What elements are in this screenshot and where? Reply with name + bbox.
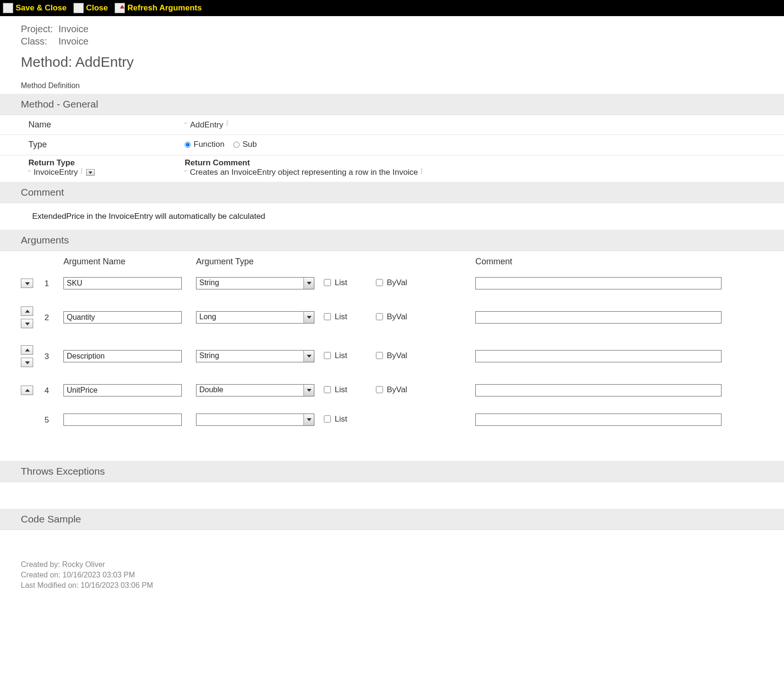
method-definition-label: Method Definition — [21, 73, 763, 94]
argument-comment-input[interactable] — [475, 277, 722, 289]
return-comment-value[interactable]: Creates an InvoiceEntry object represent… — [190, 168, 418, 177]
argument-list-label: List — [335, 414, 347, 424]
dropdown-icon[interactable] — [303, 351, 314, 362]
page-title: Method: AddEntry — [21, 54, 763, 70]
refresh-arguments-button[interactable]: Refresh Arguments — [115, 3, 202, 13]
argument-type-select[interactable]: String — [196, 350, 314, 362]
argument-list-checkbox-input[interactable] — [324, 386, 331, 393]
section-comment: Comment — [0, 182, 784, 203]
argument-comment-input[interactable] — [475, 384, 722, 396]
argument-byval-label: ByVal — [387, 312, 407, 322]
method-name: AddEntry — [75, 54, 134, 70]
argument-row: 5List — [21, 408, 763, 437]
argument-comment-input[interactable] — [475, 414, 722, 426]
argument-byval-checkbox-input[interactable] — [376, 386, 383, 393]
return-comment-label: Return Comment — [185, 158, 763, 168]
name-value[interactable]: AddEntry — [190, 120, 223, 129]
code-sample-body[interactable] — [0, 530, 784, 557]
argument-byval-label: ByVal — [387, 351, 407, 360]
name-label: Name — [28, 120, 185, 130]
type-function-radio-input[interactable] — [185, 142, 191, 148]
argument-name-input[interactable] — [63, 311, 182, 324]
return-type-value[interactable]: InvoiceEntry — [34, 168, 78, 177]
argument-type-value: Long — [196, 312, 303, 323]
argument-row: 3StringListByVal — [21, 340, 763, 378]
argument-type-value: String — [196, 278, 303, 289]
argument-list-checkbox-input[interactable] — [324, 352, 331, 359]
argument-byval-checkbox[interactable]: ByVal — [376, 278, 407, 288]
argument-name-input[interactable] — [63, 350, 182, 362]
method-prefix: Method: — [21, 54, 75, 70]
created-by-label: Created by: — [21, 560, 60, 568]
section-throws-exceptions: Throws Exceptions — [0, 461, 784, 482]
argument-row: 1StringListByVal — [21, 271, 763, 301]
created-by-value: Rocky Oliver — [62, 560, 105, 568]
close-button[interactable]: Close — [73, 3, 108, 13]
move-down-button[interactable] — [21, 358, 33, 367]
argument-type-select[interactable]: String — [196, 277, 314, 289]
argument-type-select[interactable]: Double — [196, 384, 314, 396]
argument-list-checkbox[interactable]: List — [324, 351, 347, 360]
dropdown-icon[interactable] — [303, 414, 314, 425]
modified-on-label: Last Modified on: — [21, 581, 79, 589]
argument-name-input[interactable] — [63, 384, 182, 396]
type-sub-radio-input[interactable] — [233, 142, 240, 148]
type-label: Type — [28, 140, 185, 150]
return-type-dropdown[interactable] — [86, 169, 95, 176]
argument-byval-checkbox-input[interactable] — [376, 313, 383, 320]
argument-list-checkbox-input[interactable] — [324, 279, 331, 286]
argument-byval-checkbox-input[interactable] — [376, 352, 383, 359]
arguments-header-row: Argument Name Argument Type Comment — [21, 251, 763, 271]
argument-row: 4DoubleListByVal — [21, 378, 763, 408]
field-open-marker: ⌐ — [185, 168, 187, 173]
save-and-close-button[interactable]: Save & Close — [3, 3, 67, 13]
throws-exceptions-body[interactable] — [0, 482, 784, 509]
argument-byval-checkbox-input[interactable] — [376, 279, 383, 286]
footer-meta: Created by: Rocky Oliver Created on: 10/… — [0, 557, 784, 605]
created-on-value: 10/16/2023 03:03 PM — [62, 571, 135, 579]
argument-row-number: 5 — [45, 414, 63, 425]
argument-list-label: List — [335, 385, 347, 395]
close-label: Close — [86, 3, 108, 13]
argument-type-select[interactable] — [196, 414, 314, 426]
move-up-button[interactable] — [21, 386, 33, 395]
modified-on-value: 10/16/2023 03:06 PM — [80, 581, 153, 589]
argument-row-number: 3 — [45, 351, 63, 361]
field-close-marker: ⌡ — [80, 168, 83, 173]
dropdown-icon[interactable] — [303, 312, 314, 323]
comment-body[interactable]: ExtendedPrice in the InvoiceEntry will a… — [0, 203, 784, 230]
argument-list-checkbox[interactable]: List — [324, 385, 347, 395]
argument-type-select[interactable]: Long — [196, 311, 314, 324]
type-sub-radio[interactable]: Sub — [233, 140, 257, 149]
argument-comment-input[interactable] — [475, 311, 722, 324]
dropdown-icon[interactable] — [303, 385, 314, 396]
argument-comment-input[interactable] — [475, 350, 722, 362]
header-block: Project: Invoice Class: Invoice Method: … — [0, 19, 784, 94]
argument-type-value: Double — [196, 385, 303, 396]
field-close-marker: ⌡ — [225, 120, 229, 126]
type-function-radio[interactable]: Function — [185, 140, 224, 149]
argument-list-checkbox[interactable]: List — [324, 312, 347, 322]
refresh-icon — [115, 3, 125, 13]
dropdown-icon[interactable] — [303, 278, 314, 289]
argument-name-input[interactable] — [63, 277, 182, 289]
move-down-button[interactable] — [21, 319, 33, 328]
move-up-button[interactable] — [21, 345, 33, 355]
class-row: Class: Invoice — [21, 35, 763, 47]
argument-name-input[interactable] — [63, 414, 182, 426]
args-header-comment: Comment — [475, 257, 726, 267]
class-value: Invoice — [59, 36, 89, 46]
argument-type-value — [196, 414, 303, 425]
argument-byval-checkbox[interactable]: ByVal — [376, 351, 407, 360]
project-row: Project: Invoice — [21, 23, 763, 35]
move-down-button[interactable] — [21, 279, 33, 288]
argument-list-checkbox[interactable]: List — [324, 414, 347, 424]
argument-row-number: 1 — [45, 278, 63, 288]
argument-list-label: List — [335, 278, 347, 288]
argument-list-checkbox-input[interactable] — [324, 415, 331, 423]
argument-list-checkbox-input[interactable] — [324, 313, 331, 320]
argument-byval-checkbox[interactable]: ByVal — [376, 385, 407, 395]
argument-byval-checkbox[interactable]: ByVal — [376, 312, 407, 322]
argument-list-checkbox[interactable]: List — [324, 278, 347, 288]
move-up-button[interactable] — [21, 306, 33, 316]
